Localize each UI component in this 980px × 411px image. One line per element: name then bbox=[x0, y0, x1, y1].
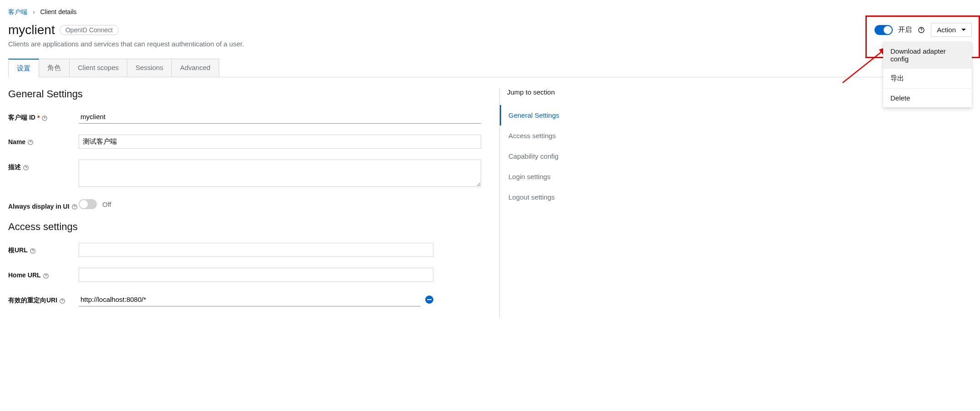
breadcrumb-sep: › bbox=[33, 8, 35, 15]
svg-point-11 bbox=[74, 208, 75, 209]
label-home-url: Home URL bbox=[8, 271, 41, 279]
page-title: myclient bbox=[8, 23, 55, 37]
label-client-id: 客户端 ID bbox=[8, 114, 35, 122]
sidenav-capability[interactable]: Capability config bbox=[500, 146, 581, 166]
jump-to-section: Jump to section General Settings Access … bbox=[499, 88, 581, 317]
help-icon[interactable] bbox=[27, 138, 34, 145]
input-root-url[interactable] bbox=[79, 243, 433, 257]
breadcrumb-root[interactable]: 客户端 bbox=[8, 8, 27, 15]
row-root-url: 根URL bbox=[8, 243, 481, 257]
header-right: 开启 Action Download adapter config 导出 Del… bbox=[874, 23, 972, 37]
label-root-url: 根URL bbox=[8, 246, 28, 255]
row-valid-redirect: 有效的重定向URI bbox=[8, 293, 481, 306]
help-icon[interactable] bbox=[71, 203, 78, 210]
always-display-toggle[interactable] bbox=[79, 199, 97, 209]
svg-point-9 bbox=[26, 169, 26, 170]
protocol-pill: OpenID Connect bbox=[60, 25, 119, 35]
row-home-url: Home URL bbox=[8, 268, 481, 282]
always-display-toggle-label: Off bbox=[102, 200, 111, 208]
tab-advanced[interactable]: Advanced bbox=[172, 59, 219, 77]
row-description: 描述 bbox=[8, 160, 481, 188]
tab-client-scopes[interactable]: Client scopes bbox=[70, 59, 127, 77]
sidenav-login[interactable]: Login settings bbox=[500, 166, 581, 187]
remove-redirect-button[interactable] bbox=[425, 296, 433, 304]
input-redirect-uri[interactable] bbox=[79, 293, 421, 306]
sidenav-title: Jump to section bbox=[500, 88, 581, 96]
input-client-id[interactable] bbox=[79, 110, 481, 124]
input-name[interactable] bbox=[79, 135, 481, 149]
help-icon[interactable] bbox=[23, 164, 29, 171]
section-access-title: Access settings bbox=[8, 221, 481, 233]
label-always-display: Always display in UI bbox=[8, 203, 70, 210]
tabs: 设置 角色 Client scopes Sessions Advanced bbox=[8, 59, 972, 77]
row-client-id: 客户端 ID * bbox=[8, 110, 481, 124]
breadcrumb: 客户端 › Client details bbox=[8, 8, 972, 16]
breadcrumb-current: Client details bbox=[40, 8, 76, 15]
enabled-toggle-label: 开启 bbox=[898, 25, 912, 34]
label-name: Name bbox=[8, 138, 25, 145]
action-dropdown-menu: Download adapter config 导出 Delete bbox=[883, 42, 972, 107]
help-icon[interactable] bbox=[59, 297, 65, 304]
sidenav-general[interactable]: General Settings bbox=[500, 105, 581, 125]
action-label: Action bbox=[937, 26, 956, 34]
enabled-toggle[interactable] bbox=[874, 25, 893, 35]
label-valid-redirect: 有效的重定向URI bbox=[8, 296, 57, 305]
svg-point-5 bbox=[45, 120, 45, 120]
help-icon[interactable] bbox=[41, 114, 48, 121]
dropdown-export[interactable]: 导出 bbox=[883, 69, 972, 89]
label-description: 描述 bbox=[8, 163, 21, 171]
dropdown-download-adapter[interactable]: Download adapter config bbox=[883, 42, 972, 69]
page-subtitle: Clients are applications and services th… bbox=[8, 40, 244, 48]
help-icon[interactable] bbox=[43, 271, 49, 279]
svg-point-15 bbox=[45, 277, 46, 277]
action-dropdown-button[interactable]: Action bbox=[931, 23, 972, 37]
row-name: Name bbox=[8, 135, 481, 149]
sidenav-access[interactable]: Access settings bbox=[500, 125, 581, 146]
help-icon[interactable] bbox=[30, 247, 36, 254]
required-indicator: * bbox=[37, 114, 40, 121]
svg-point-7 bbox=[30, 144, 31, 144]
row-always-display: Always display in UI Off bbox=[8, 199, 481, 210]
svg-point-13 bbox=[32, 252, 33, 253]
tab-settings[interactable]: 设置 bbox=[8, 59, 39, 77]
help-icon[interactable] bbox=[917, 26, 925, 34]
tab-sessions[interactable]: Sessions bbox=[127, 59, 172, 77]
dropdown-delete[interactable]: Delete bbox=[883, 89, 972, 107]
tab-roles[interactable]: 角色 bbox=[39, 59, 70, 77]
svg-point-17 bbox=[62, 302, 63, 303]
section-general-title: General Settings bbox=[8, 88, 481, 100]
form-column: General Settings 客户端 ID * Name bbox=[8, 88, 481, 317]
input-description[interactable] bbox=[79, 160, 481, 187]
svg-point-3 bbox=[921, 31, 922, 31]
input-home-url[interactable] bbox=[79, 268, 433, 282]
chevron-down-icon bbox=[961, 29, 966, 31]
page-header: myclient OpenID Connect Clients are appl… bbox=[8, 23, 972, 48]
sidenav-logout[interactable]: Logout settings bbox=[500, 187, 581, 207]
